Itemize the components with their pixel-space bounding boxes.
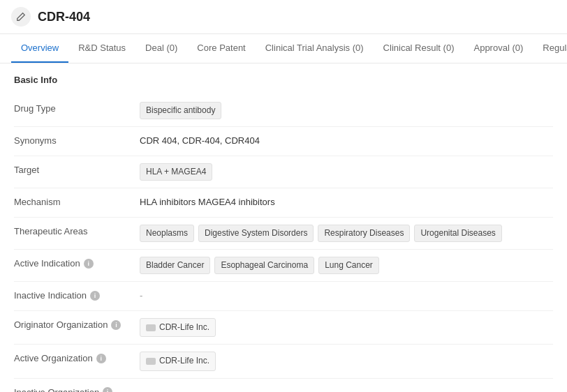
dash-inactive-indication: - [140, 289, 142, 303]
field-value-mechanism: HLA inhibitors MAGEA4 inhibitors [140, 195, 553, 210]
field-row-drug-type: Drug TypeBispecific antibody [14, 95, 553, 127]
field-value-target: HLA + MAGEA4 [140, 163, 553, 181]
tab-clinical-trial-analysis[interactable]: Clinical Trial Analysis (0) [256, 34, 374, 63]
field-label-therapeutic-areas: Therapeutic Areas [14, 225, 140, 236]
tab-overview[interactable]: Overview [11, 34, 68, 63]
tab-approval[interactable]: Approval (0) [464, 34, 533, 63]
field-row-inactive-organization: Inactive Organizationi- [14, 379, 553, 392]
field-row-originator-organization: Originator OrganizationiCDR-Life Inc. [14, 311, 553, 345]
tab-core-patent[interactable]: Core Patent [187, 34, 255, 63]
field-label-inactive-organization: Inactive Organizationi [14, 386, 140, 392]
info-icon-active-organization[interactable]: i [96, 354, 106, 363]
tab-clinical-result[interactable]: Clinical Result (0) [374, 34, 464, 63]
field-value-synonyms: CDR 404, CDR-404, CDR404 [140, 134, 553, 149]
building-icon [146, 324, 156, 331]
org-name: CDR-Life Inc. [159, 354, 209, 368]
tab-regulation[interactable]: Regulation (0) [533, 34, 567, 63]
tag-active-indication: Esophageal Carcinoma [214, 257, 314, 274]
field-value-drug-type: Bispecific antibody [140, 102, 553, 119]
field-row-inactive-indication: Inactive Indicationi- [14, 282, 553, 311]
tab-deal[interactable]: Deal (0) [135, 34, 187, 63]
field-label-synonyms: Synonyms [14, 134, 140, 146]
fields-container: Drug TypeBispecific antibodySynonymsCDR … [14, 95, 553, 392]
info-icon-originator-organization[interactable]: i [111, 320, 121, 330]
building-icon [146, 358, 156, 365]
field-value-inactive-indication: - [140, 289, 553, 303]
field-row-synonyms: SynonymsCDR 404, CDR-404, CDR404 [14, 127, 553, 156]
field-value-active-organization: CDR-Life Inc. [140, 352, 553, 370]
field-value-inactive-organization: - [140, 386, 553, 392]
header-icon [11, 7, 31, 27]
tag-therapeutic-areas: Neoplasms [140, 225, 194, 242]
field-label-active-indication: Active Indicationi [14, 257, 140, 269]
field-label-target: Target [14, 163, 140, 175]
tag-target: HLA + MAGEA4 [140, 163, 212, 181]
field-value-active-indication: Bladder CancerEsophageal CarcinomaLung C… [140, 257, 553, 274]
field-label-originator-organization: Originator Organizationi [14, 318, 140, 330]
org-tag-active-organization: CDR-Life Inc. [140, 352, 216, 370]
field-value-therapeutic-areas: NeoplasmsDigestive System DisordersRespi… [140, 225, 553, 242]
field-label-drug-type: Drug Type [14, 102, 140, 114]
field-row-active-indication: Active IndicationiBladder CancerEsophage… [14, 250, 553, 282]
field-label-mechanism: Mechanism [14, 195, 140, 207]
tag-drug-type: Bispecific antibody [140, 102, 221, 119]
page-header: CDR-404 [0, 0, 567, 34]
field-row-active-organization: Active OrganizationiCDR-Life Inc. [14, 345, 553, 378]
page-title: CDR-404 [38, 10, 90, 24]
info-icon-inactive-organization[interactable]: i [103, 387, 112, 392]
field-label-inactive-indication: Inactive Indicationi [14, 289, 140, 301]
tag-therapeutic-areas: Respiratory Diseases [318, 225, 410, 242]
field-value-originator-organization: CDR-Life Inc. [140, 318, 553, 337]
tag-therapeutic-areas: Urogenital Diseases [414, 225, 501, 242]
info-icon-active-indication[interactable]: i [84, 259, 94, 269]
tag-active-indication: Lung Cancer [318, 257, 379, 274]
info-icon-inactive-indication[interactable]: i [90, 291, 100, 301]
section-title: Basic Info [14, 75, 553, 85]
dash-inactive-organization: - [140, 386, 142, 392]
field-row-therapeutic-areas: Therapeutic AreasNeoplasmsDigestive Syst… [14, 218, 553, 250]
tag-therapeutic-areas: Digestive System Disorders [198, 225, 314, 242]
tab-bar: OverviewR&D StatusDeal (0)Core PatentCli… [0, 34, 567, 63]
org-name: CDR-Life Inc. [159, 321, 209, 334]
field-row-target: TargetHLA + MAGEA4 [14, 156, 553, 188]
tab-rd-status[interactable]: R&D Status [68, 34, 135, 63]
org-tag-originator-organization: CDR-Life Inc. [140, 318, 216, 337]
field-row-mechanism: MechanismHLA inhibitors MAGEA4 inhibitor… [14, 188, 553, 218]
main-content: Basic Info Drug TypeBispecific antibodyS… [0, 63, 567, 392]
field-label-active-organization: Active Organizationi [14, 352, 140, 363]
tag-active-indication: Bladder Cancer [140, 257, 210, 274]
